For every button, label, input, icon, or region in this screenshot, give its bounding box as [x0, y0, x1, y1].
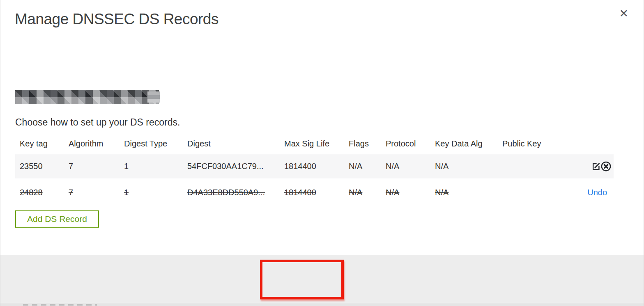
cell-algorithm: 7 — [64, 154, 120, 178]
table-row-deleted: 24828 7 1 D4A33E8DD550A9... 1814400 N/A … — [15, 178, 614, 207]
cell-key-data-alg: N/A — [430, 154, 498, 178]
redacted-domain-name — [15, 90, 159, 104]
cell-algorithm: 7 — [64, 178, 120, 207]
col-actions — [559, 135, 614, 154]
cell-key-data-alg: N/A — [430, 178, 498, 207]
col-max-sig-life: Max Sig Life — [280, 135, 344, 154]
col-key-tag: Key tag — [15, 135, 64, 154]
close-icon[interactable]: ✕ — [619, 8, 628, 19]
cell-max-sig-life: 1814400 — [280, 178, 344, 207]
undo-link[interactable]: Undo — [587, 188, 611, 197]
cell-digest: D4A33E8DD550A9... — [183, 178, 280, 207]
col-digest-type: Digest Type — [120, 135, 183, 154]
row-actions — [559, 154, 614, 178]
page-title: Manage DNSSEC DS Records — [15, 11, 218, 28]
cell-flags: N/A — [344, 178, 381, 207]
table-header-row: Key tag Algorithm Digest Type Digest Max… — [15, 135, 614, 154]
cell-digest-type: 1 — [120, 154, 183, 178]
cell-max-sig-life: 1814400 — [280, 154, 344, 178]
table-row: 23550 7 1 54FCF030AA1C79... 1814400 N/A … — [15, 154, 614, 178]
col-protocol: Protocol — [381, 135, 430, 154]
cell-flags: N/A — [344, 154, 381, 178]
dnssec-modal: Manage DNSSEC DS Records ✕ Choose how to… — [0, 0, 644, 306]
col-flags: Flags — [344, 135, 381, 154]
cell-protocol: N/A — [381, 154, 430, 178]
background-page-fragment — [23, 304, 97, 306]
cell-digest: 54FCF030AA1C79... — [183, 154, 280, 178]
col-public-key: Public Key — [498, 135, 559, 154]
delete-icon[interactable] — [601, 161, 611, 171]
col-key-data-alg: Key Data Alg — [430, 135, 498, 154]
cell-key-tag: 24828 — [15, 178, 64, 207]
cell-public-key — [498, 154, 559, 178]
add-ds-record-button[interactable]: Add DS Record — [15, 210, 99, 228]
cell-key-tag: 23550 — [15, 154, 64, 178]
cell-digest-type: 1 — [120, 178, 183, 207]
edit-icon[interactable] — [591, 162, 601, 171]
ds-records-table: Key tag Algorithm Digest Type Digest Max… — [15, 135, 614, 207]
col-digest: Digest — [183, 135, 280, 154]
row-actions: Undo — [559, 178, 614, 207]
page-bottom-edge — [0, 303, 644, 306]
cell-public-key — [498, 178, 559, 207]
modal-footer: Save Cancel — [0, 255, 644, 303]
col-algorithm: Algorithm — [64, 135, 120, 154]
cell-protocol: N/A — [381, 178, 430, 207]
instruction-text: Choose how to set up your DS records. — [15, 117, 180, 128]
